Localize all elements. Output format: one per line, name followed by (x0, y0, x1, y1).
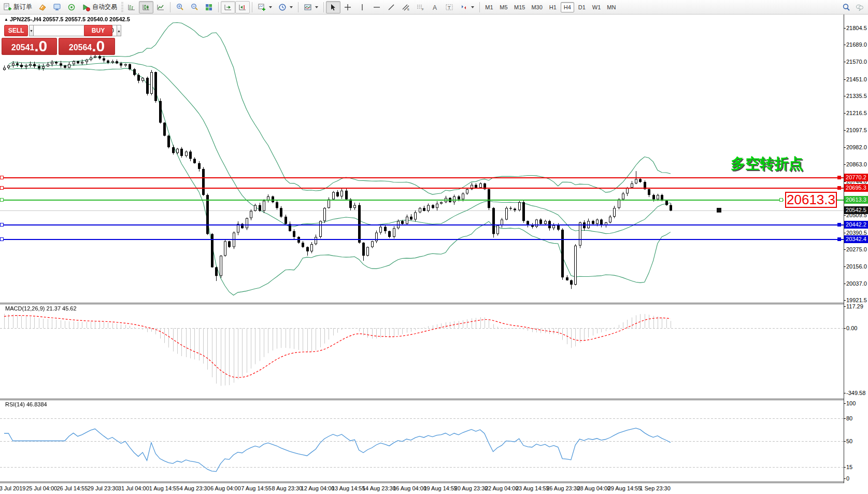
period-button[interactable] (275, 1, 296, 13)
macd-indicator-label: MACD(12,26,9) 21.37 45.62 (5, 305, 77, 312)
arrows-button[interactable] (457, 1, 477, 13)
horizontal-line-object[interactable] (0, 188, 844, 189)
main-chart-canvas[interactable] (0, 15, 844, 303)
macd-tick-label: 117.29 (846, 303, 863, 309)
arrows-icon (460, 3, 468, 11)
clock-icon (278, 3, 287, 11)
price-box-annotation[interactable]: 20613.3 (785, 192, 837, 208)
zoom-in-icon (176, 3, 184, 11)
signals-button[interactable] (64, 1, 79, 13)
crosshair-button[interactable] (340, 1, 355, 13)
vertical-line-icon (358, 3, 366, 11)
rsi-pane-separator[interactable] (0, 399, 868, 400)
time-axis-label: 19 Aug 14:55 (423, 485, 457, 491)
sell-price-main: 20541 (11, 42, 35, 53)
equidistant-channel-button[interactable]: E (399, 1, 413, 13)
horizontal-line-object[interactable] (0, 200, 784, 201)
price-line-flag: 20695.3 (844, 184, 868, 192)
svg-text:E: E (407, 8, 409, 11)
timeframe-h1-button[interactable]: H1 (546, 2, 560, 12)
new-order-button[interactable]: 新订单 (0, 1, 35, 13)
timeframe-toolbar: M1M5M15M30H1H4D1W1MN (482, 2, 619, 12)
timeframe-d1-button[interactable]: D1 (575, 2, 589, 12)
vertical-line-button[interactable] (355, 1, 369, 13)
horizontal-line-object[interactable] (0, 177, 844, 178)
time-axis-label: 22 Aug 04:00 (485, 485, 519, 491)
price-line-flag: 20442.2 (844, 221, 868, 229)
buy-button[interactable]: BUY (84, 25, 112, 36)
volume-increase-button[interactable]: ▲ (117, 25, 121, 36)
rsi-tick (844, 403, 846, 404)
horizontal-line-object[interactable] (0, 239, 844, 240)
price-line-flag: 20770.2 (844, 174, 868, 181)
volume-decrease-button[interactable]: ▼ (29, 25, 34, 36)
price-tick-label: 20390.5 (846, 230, 867, 236)
price-tick (844, 79, 846, 80)
fibonacci-button[interactable]: F (413, 1, 428, 13)
sell-button[interactable]: SELL (4, 25, 28, 36)
autotrading-button[interactable]: 自动交易 (79, 1, 120, 13)
horizontal-line-object[interactable] (836, 200, 844, 201)
templates-button[interactable] (301, 1, 321, 13)
new-chart-icon (258, 3, 266, 11)
macd-pane-separator[interactable] (0, 303, 868, 304)
toolbar-separator (218, 2, 219, 12)
autotrading-icon (82, 3, 90, 11)
trendline-icon (387, 3, 395, 11)
candlestick-chart-button[interactable] (139, 1, 153, 13)
horizontal-line-object[interactable] (0, 224, 844, 225)
svg-text:T: T (448, 5, 451, 10)
metaeditor-button[interactable] (35, 1, 50, 13)
timeframe-m5-button[interactable]: M5 (497, 2, 510, 12)
bar-chart-button[interactable] (124, 1, 139, 13)
text-anchor-handle[interactable] (717, 208, 721, 213)
macd-tick (844, 393, 846, 393)
cursor-button[interactable] (326, 1, 340, 13)
timeframe-mn-button[interactable]: MN (604, 2, 618, 12)
line-handle (0, 186, 4, 190)
toolbar-separator (479, 2, 480, 12)
search-icon[interactable] (842, 3, 850, 11)
chart-area: MACD(12,26,9) 21.37 45.62 RSI(14) 46.838… (0, 15, 868, 494)
line-handle (779, 198, 783, 202)
new-order-label: 新订单 (13, 3, 32, 11)
rsi-pane-canvas[interactable] (0, 400, 844, 482)
sell-price-display[interactable]: 20541 .0 (2, 38, 57, 55)
time-axis-label: 23 Aug 14:55 (516, 485, 549, 491)
timeframe-h4-button[interactable]: H4 (561, 2, 574, 12)
new-chart-button[interactable] (254, 1, 275, 13)
chat-icon[interactable] (856, 3, 864, 11)
buy-price-display[interactable]: 20564 .0 (59, 38, 115, 55)
price-tick (844, 249, 846, 250)
trendline-button[interactable] (384, 1, 399, 13)
zoom-in-button[interactable] (173, 1, 187, 13)
timeframe-m15-button[interactable]: M15 (511, 2, 528, 12)
turning-point-annotation[interactable]: 多空转折点 (731, 154, 803, 174)
rsi-tick (844, 467, 846, 468)
zoom-out-button[interactable] (187, 1, 202, 13)
rsi-tick-label: 100 (846, 400, 856, 406)
horizontal-line-icon (373, 3, 381, 11)
auto-scroll-button[interactable] (221, 1, 235, 13)
timeframe-m1-button[interactable]: M1 (482, 2, 496, 12)
experts-button[interactable] (50, 1, 64, 13)
auto-scroll-icon (224, 3, 232, 11)
up-triangle-icon: ▲ (4, 17, 8, 22)
text-label-button[interactable]: T (442, 1, 457, 13)
new-order-icon (3, 3, 11, 11)
buy-price-fraction: .0 (92, 39, 105, 53)
line-handle (837, 237, 841, 241)
tile-windows-icon (205, 3, 213, 11)
horizontal-line-button[interactable] (369, 1, 384, 13)
macd-pane-canvas[interactable] (0, 304, 844, 399)
chart-shift-button[interactable] (235, 1, 250, 13)
text-button[interactable]: A (428, 1, 442, 13)
timeframe-w1-button[interactable]: W1 (590, 2, 604, 12)
tile-windows-button[interactable] (202, 1, 216, 13)
line-handle (0, 223, 4, 227)
line-chart-button[interactable] (153, 1, 168, 13)
timeframe-m30-button[interactable]: M30 (529, 2, 545, 12)
dropdown-caret-icon (290, 6, 293, 8)
time-axis-label: 6 Aug 04:00 (210, 485, 241, 491)
rsi-tick (844, 478, 846, 479)
